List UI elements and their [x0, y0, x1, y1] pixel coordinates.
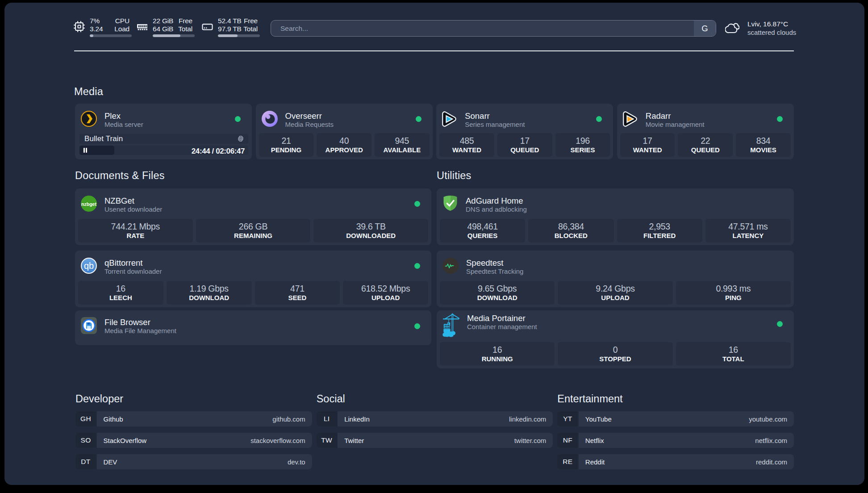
svg-text:qb: qb [84, 261, 94, 271]
svg-text:nzbget: nzbget [81, 201, 96, 207]
